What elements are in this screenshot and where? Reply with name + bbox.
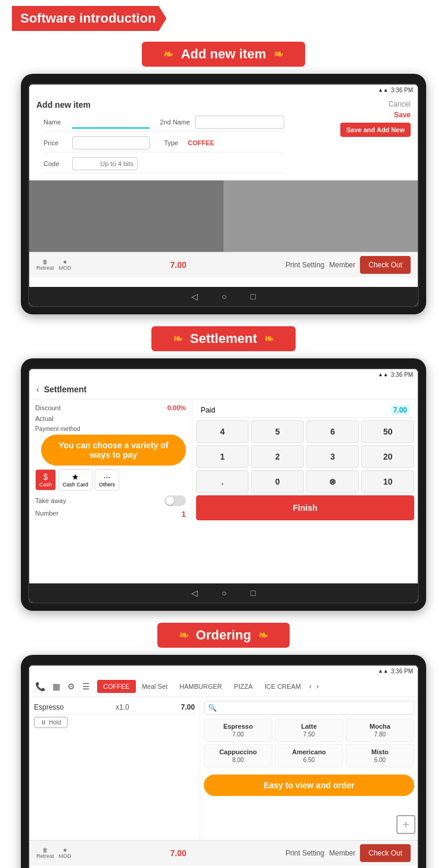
hold-label: Hold [49,719,61,726]
key-1[interactable]: 1 [196,445,249,468]
menu-search[interactable]: 🔍 [204,701,414,715]
screen-settlement: ▲▲ 3:36 PM ‹ Settlement Discount 0.00% A… [28,368,419,604]
add-item-form-title: Add new item [36,100,291,110]
print-setting-button-3[interactable]: Print Setting [285,849,324,857]
tab-pizza[interactable]: PIZZA [228,680,259,693]
tab-ice-cream[interactable]: ICE CREAM [259,680,307,693]
key-6[interactable]: 6 [306,420,359,443]
print-setting-button-1[interactable]: Print Setting [285,261,324,269]
member-button-3[interactable]: Member [329,849,355,857]
settings-icon[interactable]: ⚙ [67,682,75,691]
checkout-button-3[interactable]: Check Out [360,844,411,862]
mod-label-3: MOD [59,853,72,859]
nav-home-1[interactable]: ○ [222,292,226,301]
mod-icon-3[interactable]: ★ MOD [59,847,72,859]
take-away-toggle[interactable] [164,495,186,506]
menu-item-misto[interactable]: Misto 6.00 [346,744,414,767]
menu-item-name-5: Misto [349,748,411,755]
nav-back-1[interactable]: ◁ [191,292,198,301]
order-item-espresso: Espresso x1.0 7.00 [34,701,195,714]
tab-coffee[interactable]: COFFEE [97,680,136,693]
payment-method-label: Payment method [35,426,186,432]
input-price[interactable] [72,136,150,149]
ornament-right-3: ❧ [258,628,268,642]
tab-meal-set[interactable]: Meal Set [136,680,173,693]
key-3[interactable]: 3 [306,445,359,468]
input-name[interactable] [72,115,150,129]
status-bar-2: ▲▲ 3:36 PM [29,369,418,380]
retreat-label-3: Retreat [36,853,54,859]
key-10[interactable]: 10 [361,470,414,493]
key-4[interactable]: 4 [196,420,249,443]
menu-item-name-4: Americano [278,748,340,755]
nav-recent-2[interactable]: □ [251,588,256,598]
settlement-body: Discount 0.00% Actual Payment method You… [29,399,418,524]
key-50[interactable]: 50 [361,420,414,443]
tablet-settlement: ▲▲ 3:36 PM ‹ Settlement Discount 0.00% A… [21,358,426,611]
list-icon[interactable]: ☰ [82,682,90,691]
tab-next[interactable]: › [314,682,321,691]
finish-button[interactable]: Finish [196,495,414,520]
save-button[interactable]: Save [394,111,411,119]
cash-icon: $ [44,472,48,482]
form-area: Name 2nd Name Price Type COFFEE [36,113,291,173]
wifi-icon-3: ▲▲ [378,668,389,674]
content-right [224,180,418,252]
cash-card-icon: ★ [72,472,79,482]
pay-cash-button[interactable]: $ Cash [35,469,56,491]
back-arrow[interactable]: ‹ [36,385,39,394]
number-row: Number 1 [35,510,186,519]
table-icon[interactable]: ▦ [52,682,60,691]
member-button-1[interactable]: Member [329,261,355,269]
content-left [29,180,224,252]
input-2nd-name[interactable] [195,115,284,129]
tab-hamburger[interactable]: HAMBURGER [173,680,228,693]
checkout-button-1[interactable]: Check Out [360,256,411,274]
number-value: 1 [182,510,186,519]
menu-item-price-3: 8.00 [207,757,269,763]
form-row-code: Code [44,155,284,173]
cancel-button[interactable]: Cancel [389,100,411,108]
content-area [29,180,418,252]
tab-prev[interactable]: ‹ [307,682,314,691]
menu-item-price-0: 7.00 [207,731,269,738]
pay-cash-card-button[interactable]: ★ Cash Card [58,469,92,491]
menu-item-cappuccino[interactable]: Cappuccino 8.00 [204,744,272,767]
menu-item-price-2: 7.80 [349,731,411,738]
menu-item-name-2: Mocha [349,723,411,730]
menu-item-name-3: Cappuccino [207,748,269,755]
menu-item-latte[interactable]: Latte 7.50 [275,719,343,742]
ordering-body: Espresso x1.0 7.00 ⏸ Hold 🔍 [29,697,418,840]
key-20[interactable]: 20 [361,445,414,468]
mod-label: MOD [59,265,72,271]
nav-home-2[interactable]: ○ [222,588,226,598]
mod-icon[interactable]: ★ MOD [59,259,72,271]
save-add-button[interactable]: Save and Add New [340,123,411,137]
retreat-icon-3[interactable]: 🗑 Retreat [36,847,54,859]
ornament-right-1: ❧ [274,47,284,61]
add-item-plus[interactable]: + [396,815,415,834]
key-backspace[interactable]: ⊗ [306,470,359,493]
menu-item-espresso[interactable]: Espresso 7.00 [204,719,272,742]
key-0[interactable]: 0 [251,470,304,493]
phone-icon[interactable]: 📞 [35,682,45,691]
retreat-icon[interactable]: 🗑 Retreat [36,259,54,271]
nav-back-2[interactable]: ◁ [191,588,198,598]
menu-item-mocha[interactable]: Mocha 7.80 [346,719,414,742]
retreat-label: Retreat [36,265,54,271]
menu-items-grid: Espresso 7.00 Latte 7.50 Mocha 7.80 Ca [204,719,414,767]
hold-button[interactable]: ⏸ Hold [34,717,68,728]
nav-bar-2: ◁ ○ □ [29,583,418,602]
ordering-tooltip: Easy to view and order [204,775,414,796]
header-banner: Software introduction [12,6,166,31]
key-5[interactable]: 5 [251,420,304,443]
menu-item-americano[interactable]: Americano 6.50 [275,744,343,767]
key-2[interactable]: 2 [251,445,304,468]
key-dot[interactable]: . [196,470,249,493]
pay-others-button[interactable]: ··· Others [95,469,119,491]
nav-recent-1[interactable]: □ [251,292,256,301]
section-label-ordering: Ordering [196,627,252,643]
input-code[interactable] [72,157,138,170]
number-label: Number [35,510,58,519]
label-type: Type [154,139,178,146]
